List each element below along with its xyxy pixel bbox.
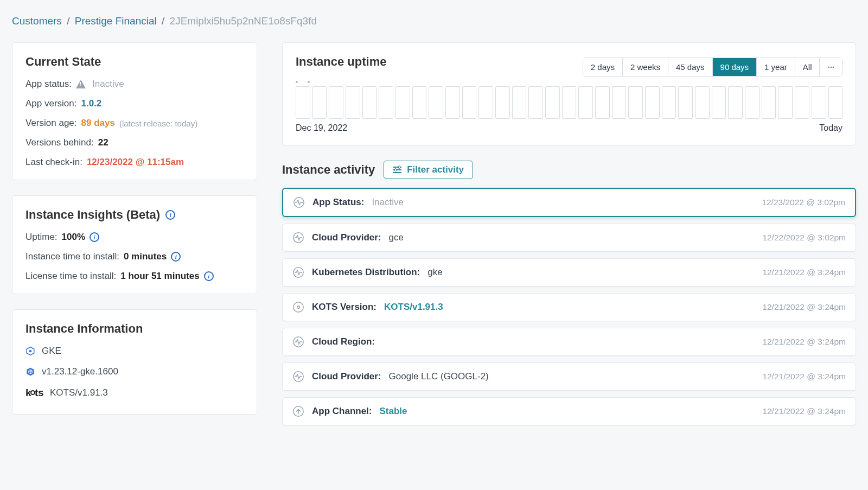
kots-logo-icon: kts xyxy=(25,387,43,399)
uptime-bar xyxy=(379,86,393,119)
activity-label: KOTS Version: xyxy=(312,302,376,313)
versions-behind-label: Versions behind: xyxy=(25,137,94,148)
activity-timestamp: 12/22/2022 @ 3:02pm xyxy=(762,233,846,243)
uptime-bar xyxy=(795,86,809,119)
activity-value: Google LLC (GOOGL-2) xyxy=(389,371,489,382)
activity-item[interactable]: Cloud Region:12/21/2022 @ 3:24pm xyxy=(282,328,856,356)
breadcrumb-customer-link[interactable]: Prestige Financial xyxy=(75,15,157,27)
version-age-value: 89 days xyxy=(81,118,115,129)
last-checkin-label: Last check-in: xyxy=(25,157,82,168)
uptime-bar xyxy=(395,86,410,119)
license-tti-label: License time to install: xyxy=(25,271,116,282)
activity-timestamp: 12/21/2022 @ 3:24pm xyxy=(762,372,846,381)
current-state-card: Current State App status: Inactive App v… xyxy=(12,42,257,180)
uptime-range-option[interactable]: 90 days xyxy=(712,58,757,76)
filter-activity-label: Filter activity xyxy=(407,164,464,175)
uptime-range-more[interactable]: ··· xyxy=(819,58,842,76)
activity-label: Cloud Provider: xyxy=(312,232,381,243)
activity-item[interactable]: App Channel:Stable12/21/2022 @ 3:24pm xyxy=(282,397,856,425)
app-version-label: App version: xyxy=(25,98,77,109)
uptime-start-date: Dec 19, 2022 xyxy=(296,123,347,133)
breadcrumb-sep: / xyxy=(67,15,69,27)
dot-icon xyxy=(292,301,304,313)
info-icon[interactable]: i xyxy=(90,232,99,242)
uptime-bar xyxy=(478,86,493,119)
pulse-icon xyxy=(292,336,304,348)
license-tti-value: 1 hour 51 minutes xyxy=(120,271,199,282)
instance-activity-title: Instance activity xyxy=(282,163,375,177)
activity-label: App Channel: xyxy=(312,406,372,417)
uptime-bar xyxy=(662,86,676,119)
kubernetes-icon xyxy=(25,367,35,377)
uptime-range-option[interactable]: 1 year xyxy=(756,58,795,76)
uptime-bar xyxy=(445,86,460,119)
uptime-bar xyxy=(628,86,643,119)
activity-label: Kubernetes Distribution: xyxy=(312,267,420,278)
uptime-bar xyxy=(762,86,776,119)
svg-point-9 xyxy=(293,302,303,312)
kots-version: KOTS/v1.91.3 xyxy=(50,387,108,398)
app-version-value[interactable]: 1.0.2 xyxy=(81,98,102,109)
version-age-label: Version age: xyxy=(25,118,77,129)
activity-value[interactable]: Stable xyxy=(380,406,407,417)
app-status-label: App status: xyxy=(25,79,72,90)
activity-label: Cloud Provider: xyxy=(312,371,381,382)
uptime-bar xyxy=(296,86,310,119)
instance-tti-label: Instance time to install: xyxy=(25,251,119,262)
svg-point-10 xyxy=(297,306,300,309)
uptime-range-option[interactable]: 2 days xyxy=(583,58,622,76)
uptime-bar xyxy=(562,86,577,119)
k8s-distribution: GKE xyxy=(42,346,61,357)
info-icon[interactable]: i xyxy=(204,271,214,281)
instance-information-card: Instance Information GKE v1.23.12-gke.16… xyxy=(12,309,257,415)
instance-information-title: Instance Information xyxy=(25,322,244,336)
uptime-bar xyxy=(578,86,593,119)
activity-item[interactable]: App Status:Inactive12/23/2022 @ 3:02pm xyxy=(282,188,856,217)
uptime-bar xyxy=(728,86,743,119)
uptime-range-option[interactable]: 45 days xyxy=(668,58,712,76)
info-icon[interactable]: i xyxy=(171,252,181,262)
activity-timestamp: 12/23/2022 @ 3:02pm xyxy=(762,198,845,207)
activity-label: Cloud Region: xyxy=(312,336,375,347)
activity-item[interactable]: Cloud Provider:Google LLC (GOOGL-2)12/21… xyxy=(282,362,856,391)
instance-insights-card: Instance Insights (Beta) i Uptime: 100% … xyxy=(12,195,257,294)
activity-item[interactable]: Cloud Provider:gce12/22/2022 @ 3:02pm xyxy=(282,224,856,252)
activity-value[interactable]: KOTS/v1.91.3 xyxy=(384,302,443,313)
breadcrumb-customers-link[interactable]: Customers xyxy=(12,15,62,27)
uptime-bar xyxy=(645,86,660,119)
uptime-bar xyxy=(545,86,560,119)
app-status-value: Inactive xyxy=(92,79,124,90)
activity-list: App Status:Inactive12/23/2022 @ 3:02pmCl… xyxy=(282,188,856,425)
uptime-bar xyxy=(495,86,510,119)
uptime-bar xyxy=(712,86,726,119)
info-icon[interactable]: i xyxy=(165,210,175,220)
uptime-range-segmented: 2 days2 weeks45 days90 days1 yearAll··· xyxy=(583,58,843,77)
uptime-range-option[interactable]: 2 weeks xyxy=(622,58,668,76)
uptime-bar xyxy=(678,86,693,119)
filter-activity-button[interactable]: Filter activity xyxy=(384,161,473,179)
activity-timestamp: 12/21/2022 @ 3:24pm xyxy=(762,268,846,277)
activity-timestamp: 12/21/2022 @ 3:24pm xyxy=(762,406,846,416)
instance-insights-title: Instance Insights (Beta) xyxy=(25,208,160,222)
uptime-range-option[interactable]: All xyxy=(795,58,820,76)
activity-label: App Status: xyxy=(312,197,364,208)
instance-tti-value: 0 minutes xyxy=(124,251,167,262)
activity-item[interactable]: KOTS Version:KOTS/v1.91.312/21/2022 @ 3:… xyxy=(282,293,856,321)
uptime-value: 100% xyxy=(62,232,85,243)
uptime-end-date: Today xyxy=(819,123,843,133)
uptime-bar xyxy=(312,86,327,119)
activity-value: Inactive xyxy=(372,197,404,208)
activity-item[interactable]: Kubernetes Distribution:gke12/21/2022 @ … xyxy=(282,258,856,287)
version-age-note: (latest release: today) xyxy=(119,119,197,128)
uptime-bar xyxy=(462,86,477,119)
uptime-bar xyxy=(329,86,343,119)
uptime-bar xyxy=(612,86,627,119)
filter-icon xyxy=(393,167,401,173)
pulse-icon xyxy=(292,371,304,383)
uptime-bar xyxy=(745,86,760,119)
svg-point-1 xyxy=(29,350,32,353)
activity-timestamp: 12/21/2022 @ 3:24pm xyxy=(762,302,846,312)
uptime-bar xyxy=(778,86,793,119)
current-state-title: Current State xyxy=(25,55,244,69)
uptime-bar xyxy=(346,86,360,119)
